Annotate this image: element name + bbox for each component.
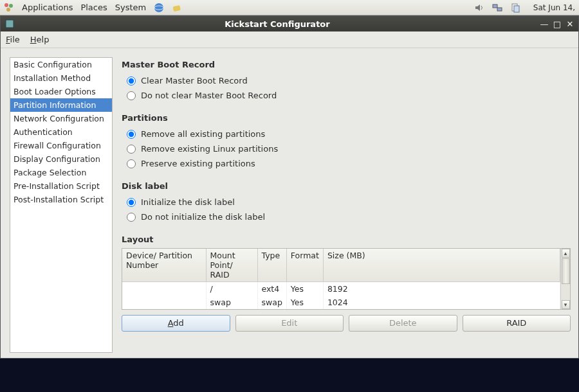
bottom-task-panel <box>0 359 579 392</box>
cell-type: ext4 <box>257 282 286 296</box>
sidebar-item-boot-loader-options[interactable]: Boot Loader Options <box>10 85 112 98</box>
network-icon[interactable] <box>492 3 502 13</box>
panel-menu-system[interactable]: System <box>115 3 146 12</box>
partition-table: Device/ Partition Number Mount Point/ RA… <box>122 248 571 310</box>
radio-remove-all-label: Remove all existing partitions <box>141 129 265 139</box>
sidebar-item-package-selection[interactable]: Package Selection <box>10 166 112 179</box>
radio-init-disklabel-label: Initialize the disk label <box>141 197 235 207</box>
cell-size: 1024 <box>323 296 560 309</box>
browser-launcher-icon[interactable] <box>154 3 164 13</box>
radio-preserve-input[interactable] <box>127 159 136 168</box>
panel-clock[interactable]: Sat Jun 14, <box>533 3 575 12</box>
svg-marker-6 <box>475 4 480 11</box>
radio-remove-all-input[interactable] <box>127 130 136 139</box>
svg-point-3 <box>154 3 163 12</box>
radio-remove-linux[interactable]: Remove existing Linux partitions <box>127 144 571 154</box>
window-titlebar[interactable]: Kickstart Configurator — □ ✕ <box>1 16 578 31</box>
mail-launcher-icon[interactable] <box>172 3 182 13</box>
radio-clear-mbr-label: Clear Master Boot Record <box>141 76 248 85</box>
cell-format: Yes <box>286 282 323 296</box>
window-minimize-button[interactable]: — <box>540 19 549 29</box>
radio-remove-all[interactable]: Remove all existing partitions <box>127 129 571 139</box>
radio-noclear-mbr-input[interactable] <box>127 91 136 100</box>
scroll-down-icon[interactable]: ▾ <box>562 300 570 309</box>
cell-type: swap <box>257 296 286 309</box>
table-header-row: Device/ Partition Number Mount Point/ RA… <box>122 249 560 282</box>
kickstart-window: Kickstart Configurator — □ ✕ File Help B… <box>0 15 579 359</box>
radio-clear-mbr-input[interactable] <box>127 76 136 85</box>
sidebar-item-basic-configuration[interactable]: Basic Configuration <box>10 58 112 71</box>
sidebar-item-pre-installation-script[interactable]: Pre-Installation Script <box>10 179 112 193</box>
layout-heading: Layout <box>122 235 571 244</box>
raid-button[interactable]: RAID <box>463 315 571 332</box>
radio-noclear-mbr-label: Do not clear Master Boot Record <box>141 91 277 100</box>
scroll-up-icon[interactable]: ▴ <box>562 249 570 258</box>
radio-clear-mbr[interactable]: Clear Master Boot Record <box>127 76 571 85</box>
radio-noinit-disklabel-label: Do not initialize the disk label <box>141 212 265 222</box>
radio-remove-linux-label: Remove existing Linux partitions <box>141 144 278 154</box>
col-mount[interactable]: Mount Point/ RAID <box>206 249 257 282</box>
sidebar-item-post-installation-script[interactable]: Post-Installation Script <box>10 193 112 206</box>
window-title: Kickstart Configurator <box>15 19 540 29</box>
app-icon <box>5 19 15 29</box>
svg-rect-10 <box>514 6 519 12</box>
svg-point-2 <box>6 8 10 12</box>
radio-init-disklabel[interactable]: Initialize the disk label <box>127 197 571 207</box>
delete-button[interactable]: Delete <box>349 315 457 332</box>
panel-menu-applications[interactable]: Applications <box>22 3 73 12</box>
disklabel-heading: Disk label <box>122 181 571 191</box>
category-sidebar: Basic ConfigurationInstallation MethodBo… <box>10 57 113 353</box>
radio-preserve[interactable]: Preserve existing partitions <box>127 159 571 168</box>
system-top-panel: Applications Places System Sat Jun 14, <box>0 0 579 15</box>
sidebar-item-display-configuration[interactable]: Display Configuration <box>10 152 112 166</box>
window-maximize-button[interactable]: □ <box>553 19 562 29</box>
partition-button-row: Add Edit Delete RAID <box>122 315 571 332</box>
add-button[interactable]: Add <box>122 315 230 332</box>
mbr-heading: Master Boot Record <box>122 60 571 69</box>
volume-icon[interactable] <box>474 3 484 13</box>
cell-size: 8192 <box>323 282 560 296</box>
partitions-heading: Partitions <box>122 113 571 123</box>
radio-noinit-disklabel-input[interactable] <box>127 213 136 222</box>
scroll-thumb[interactable] <box>562 258 570 284</box>
menubar: File Help <box>1 31 578 48</box>
table-row[interactable]: swapswapYes1024 <box>122 296 560 309</box>
sidebar-item-installation-method[interactable]: Installation Method <box>10 71 112 85</box>
menu-file[interactable]: File <box>6 35 20 44</box>
sidebar-item-authentication[interactable]: Authentication <box>10 125 112 139</box>
col-type[interactable]: Type <box>257 249 286 282</box>
svg-rect-5 <box>173 5 181 12</box>
col-size[interactable]: Size (MB) <box>323 249 560 282</box>
table-row[interactable]: /ext4Yes8192 <box>122 282 560 296</box>
edit-button[interactable]: Edit <box>235 315 344 332</box>
col-device[interactable]: Device/ Partition Number <box>122 249 206 282</box>
window-close-button[interactable]: ✕ <box>565 19 574 29</box>
radio-init-disklabel-input[interactable] <box>127 198 136 207</box>
svg-rect-7 <box>493 4 497 8</box>
cell-mount: swap <box>206 296 257 309</box>
sidebar-item-partition-information[interactable]: Partition Information <box>10 98 112 112</box>
table-scrollbar[interactable]: ▴ ▾ <box>560 249 570 309</box>
radio-remove-linux-input[interactable] <box>127 145 136 154</box>
sidebar-item-firewall-configuration[interactable]: Firewall Configuration <box>10 139 112 152</box>
panel-menu-places[interactable]: Places <box>80 3 107 12</box>
svg-rect-11 <box>6 20 14 28</box>
sidebar-item-network-configuration[interactable]: Network Configuration <box>10 112 112 125</box>
cell-mount: / <box>206 282 257 296</box>
svg-rect-8 <box>497 8 502 11</box>
cell-device <box>122 296 206 309</box>
clipboard-icon[interactable] <box>510 3 520 13</box>
col-format[interactable]: Format <box>286 249 323 282</box>
start-menu-icon[interactable] <box>4 3 14 13</box>
cell-format: Yes <box>286 296 323 309</box>
radio-noclear-mbr[interactable]: Do not clear Master Boot Record <box>127 91 571 100</box>
partition-panel: Master Boot Record Clear Master Boot Rec… <box>122 57 571 353</box>
svg-point-1 <box>9 4 13 8</box>
svg-point-0 <box>5 3 8 7</box>
menu-help[interactable]: Help <box>30 35 50 44</box>
cell-device <box>122 282 206 296</box>
radio-noinit-disklabel[interactable]: Do not initialize the disk label <box>127 212 571 222</box>
radio-preserve-label: Preserve existing partitions <box>141 159 255 168</box>
